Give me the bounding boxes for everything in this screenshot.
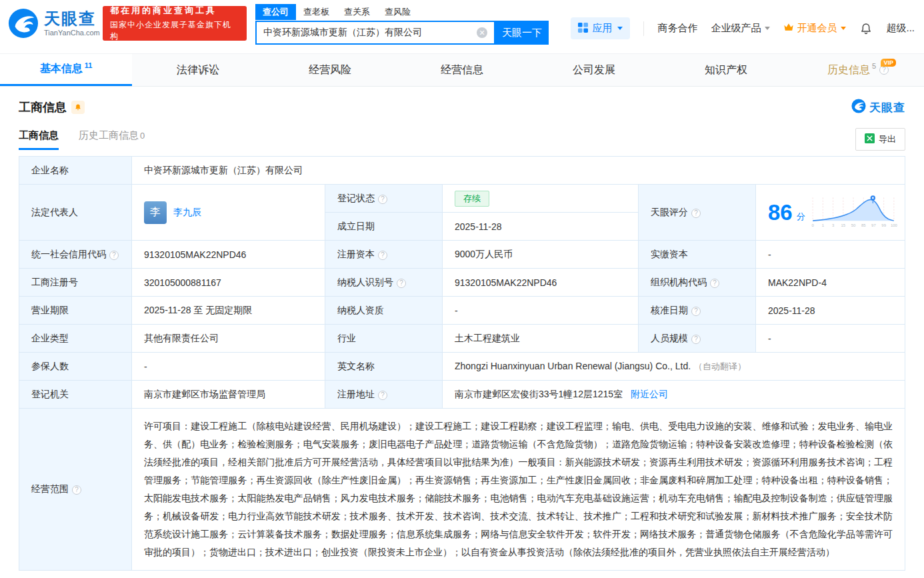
field-label-industry: 行业 [325, 325, 443, 353]
search-input[interactable] [257, 27, 477, 38]
chevron-down-icon [765, 27, 770, 30]
tab-company-development[interactable]: 公司发展 [528, 54, 660, 86]
field-label: 营业期限 [31, 305, 69, 315]
field-label-approval-date: 核准日期? [639, 297, 756, 325]
subtab-business-info[interactable]: 工商信息 [19, 129, 59, 150]
tab-history-info[interactable]: 历史信息5 VIP ? [792, 54, 924, 86]
brand-slogan-badge: 都在用的商业查询工具 国家中小企业发展子基金旗下机构 [103, 6, 247, 41]
table-row: 登记机关 南京市建邺区市场监督管理局 注册地址? 南京市建邺区宏俊街33号1幢1… [19, 381, 905, 409]
field-value-staff-size: - [756, 325, 905, 353]
help-icon[interactable]: ? [710, 279, 719, 288]
field-label-english-name: 英文名称 [325, 353, 443, 381]
nav-item-cooperation[interactable]: 商务合作 [657, 22, 697, 35]
legal-rep-avatar[interactable]: 李 [144, 201, 167, 224]
tab-intellectual-property[interactable]: 知识产权 [660, 54, 792, 86]
field-value-reg-address: 南京市建邺区宏俊街33号1幢12层1215室附近公司 [443, 381, 905, 409]
field-label-insured-count: 参保人数 [19, 353, 132, 381]
field-label-staff-size: 人员规模? [639, 325, 756, 353]
table-row: 营业期限 2025-11-28 至 无固定期限 纳税人资质 - 核准日期? 20… [19, 297, 905, 325]
field-label-taxpayer-quality: 纳税人资质 [325, 297, 443, 325]
field-label-score: 天眼评分? [639, 185, 756, 241]
score-unit: 分 [797, 211, 805, 223]
field-label: 企业类型 [31, 333, 69, 343]
score-value: 86 [768, 201, 793, 223]
field-value-company-name: 中资环新源城市更新（江苏）有限公司 [132, 157, 905, 185]
section-watermark-logo: 天眼查 [851, 99, 905, 116]
svg-text:99: 99 [881, 223, 886, 227]
help-icon[interactable]: ? [397, 279, 406, 288]
legal-rep-link[interactable]: 李九辰 [173, 207, 201, 219]
search-button[interactable]: 天眼一下 [495, 21, 549, 45]
svg-text:1: 1 [821, 223, 824, 227]
field-label: 参保人数 [31, 361, 69, 371]
field-label: 英文名称 [337, 361, 375, 371]
clear-search-icon[interactable]: ✕ [477, 27, 487, 38]
field-label: 注册资本 [337, 249, 375, 259]
field-label: 统一社会信用代码 [31, 249, 106, 259]
apps-menu[interactable]: 应用 [571, 17, 630, 39]
english-name-value: Zhongzi Huanxinyuan Urban Renewal (Jiang… [455, 361, 691, 371]
field-label-business-term: 营业期限 [19, 297, 132, 325]
field-value-credit-code: 91320105MAK22NPD46 [132, 241, 325, 269]
field-label: 成立日期 [337, 221, 375, 231]
tab-basic-info[interactable]: 基本信息11 [0, 54, 132, 86]
help-icon[interactable]: ? [691, 209, 701, 218]
search-tab-risk[interactable]: 查风险 [377, 4, 418, 20]
search-box: ✕ [255, 21, 495, 45]
tab-label: 经营风险 [309, 63, 351, 77]
field-label: 纳税人识别号 [337, 277, 393, 287]
help-icon[interactable]: ? [378, 251, 387, 260]
search-tabs: 查公司 查老板 查关系 查风险 [255, 4, 549, 20]
nav-item-super[interactable]: 超级... [886, 22, 915, 35]
help-icon[interactable]: ? [378, 391, 387, 400]
tab-operating-info[interactable]: 经营信息 [396, 54, 528, 86]
field-value-company-type: 其他有限责任公司 [132, 325, 325, 353]
tab-operating-risk[interactable]: 经营风险 [264, 54, 396, 86]
table-row: 工商注册号 320105000881167 纳税人识别号? 91320105MA… [19, 269, 905, 297]
tianyancha-logo[interactable]: 天眼查 TianYanCha.com [8, 8, 100, 39]
nearby-companies-link[interactable]: 附近公司 [631, 389, 668, 399]
nav-item-vip[interactable]: 开通会员 [783, 22, 846, 35]
search-tab-boss[interactable]: 查老板 [296, 4, 337, 20]
tab-count: 11 [85, 61, 93, 69]
help-icon[interactable]: ? [691, 307, 701, 316]
field-value-approval-date: 2025-11-28 [756, 297, 905, 325]
field-value-taxpayer-quality: - [443, 297, 639, 325]
nav-item-enterprise[interactable]: 企业级产品 [711, 22, 770, 35]
help-icon[interactable]: ? [691, 335, 701, 344]
apps-menu-label: 应用 [592, 22, 612, 35]
subtab-count: 0 [140, 131, 145, 141]
field-label: 企业名称 [31, 165, 69, 175]
field-label: 注册地址 [337, 389, 375, 399]
subtab-history-business-info[interactable]: 历史工商信息0 [79, 129, 145, 150]
table-row: 法定代表人 李 李九辰 登记状态? 存续 天眼评分? 86 分 [19, 185, 905, 213]
search-tab-relation[interactable]: 查关系 [337, 4, 377, 20]
field-label: 登记状态 [337, 193, 375, 203]
subtab-label: 历史工商信息 [79, 129, 139, 141]
search-tab-company[interactable]: 查公司 [255, 4, 296, 20]
tab-legal-proceedings[interactable]: 法律诉讼 [132, 54, 264, 86]
search-area: 查公司 查老板 查关系 查风险 ✕ 天眼一下 [255, 4, 549, 45]
export-button-label: 导出 [879, 133, 896, 145]
slogan-line2: 国家中小企业发展子基金旗下机构 [110, 19, 239, 42]
help-icon[interactable]: ? [72, 485, 81, 495]
help-icon[interactable]: ? [378, 195, 387, 204]
export-button[interactable]: 导出 [855, 128, 905, 151]
nav-item-vip-label: 开通会员 [797, 22, 837, 35]
help-icon[interactable]: ? [109, 251, 119, 260]
help-icon[interactable]: ? [879, 65, 889, 75]
main-content: 工商信息 天眼查 工商信息 历史工商信息0 [0, 99, 924, 571]
business-info-subtabs: 工商信息 历史工商信息0 导出 [19, 128, 905, 151]
field-value-reg-number: 320105000881167 [132, 269, 325, 297]
slogan-line1: 都在用的商业查询工具 [110, 5, 239, 17]
status-badge: 存续 [455, 191, 489, 207]
field-label-establish-date: 成立日期 [325, 213, 443, 241]
notification-bell-icon[interactable] [859, 22, 873, 35]
svg-text:0: 0 [811, 223, 814, 227]
field-value-legal-rep: 李 李九辰 [132, 185, 325, 241]
svg-text:97: 97 [871, 223, 876, 227]
field-label: 实缴资本 [651, 249, 688, 259]
subscribe-bell-icon[interactable] [71, 101, 85, 114]
grid-icon [578, 23, 588, 35]
field-value-reg-capital: 9000万人民币 [443, 241, 639, 269]
